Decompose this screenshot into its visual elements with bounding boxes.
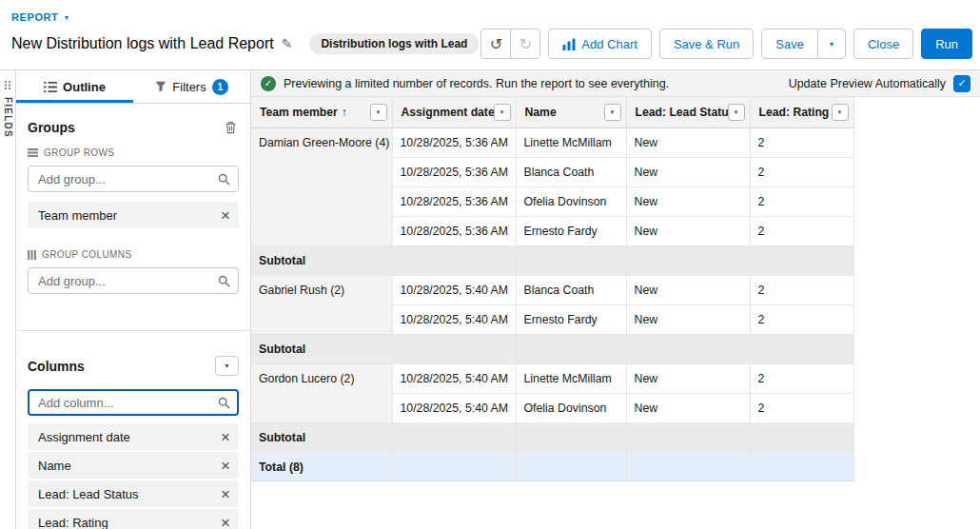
sort-asc-icon: ↑ [342, 106, 347, 119]
column-header-label: Lead: Rating [759, 106, 830, 119]
tab-outline[interactable]: Outline [16, 70, 133, 103]
table-header-row: Team member↑▼Assignment date▼Name▼Lead: … [251, 97, 853, 128]
header-actions: ↺ ↻ Add Chart Save & Run Save ▼ Close Ru… [480, 29, 972, 59]
remove-column-button[interactable]: × [219, 486, 232, 502]
auto-update-checkbox[interactable]: ✓ [953, 75, 970, 92]
subtotal-row: Subtotal [251, 246, 853, 276]
column-pill-lead-lead-status[interactable]: Lead: Lead Status × [28, 480, 239, 507]
add-chart-label: Add Chart [581, 37, 637, 51]
data-cell: 10/28/2025, 5:36 AM [392, 128, 516, 158]
data-cell: 10/28/2025, 5:36 AM [392, 217, 516, 246]
run-button[interactable]: Run [921, 29, 972, 59]
delete-groups-button[interactable] [223, 119, 239, 136]
remove-group-button[interactable]: × [219, 207, 232, 224]
total-label: Total (8) [251, 453, 392, 481]
redo-button[interactable]: ↻ [510, 29, 540, 59]
auto-update-control: Update Preview Automatically ✓ [789, 75, 970, 92]
undo-redo-group: ↺ ↻ [480, 29, 540, 59]
data-cell: New [626, 128, 750, 158]
outline-body: Groups GROUP ROWS Team member × [16, 104, 250, 529]
column-header-label: Team member [260, 106, 338, 119]
add-group-columns-box [28, 267, 239, 294]
columns-menu-button[interactable]: ▼ [215, 356, 239, 376]
data-cell: New [626, 394, 750, 423]
tab-filters-label: Filters [172, 80, 206, 94]
add-group-columns-input[interactable] [28, 267, 239, 294]
undo-button[interactable]: ↺ [480, 29, 511, 59]
success-check-icon: ✓ [261, 76, 276, 91]
group-pill-label: Team member [38, 208, 117, 223]
column-header-lead-lead-status: Lead: Lead Status▼ [626, 97, 750, 128]
table-body: Damian Green-Moore (4)10/28/2025, 5:36 A… [251, 128, 853, 481]
data-cell: 2 [750, 217, 853, 246]
save-button[interactable]: Save [761, 29, 818, 59]
subtotal-row: Subtotal [251, 423, 853, 453]
preview-table: Team member↑▼Assignment date▼Name▼Lead: … [251, 97, 854, 481]
total-empty-cell [750, 453, 853, 481]
columns-section: Columns ▼ Assignment date × Name [16, 330, 250, 529]
column-pill-name[interactable]: Name × [28, 452, 239, 479]
fields-panel-toggle[interactable]: FIELDS [0, 70, 16, 529]
column-pill-label: Lead: Rating [38, 516, 108, 529]
caret-down-icon: ▼ [224, 362, 230, 369]
subtotal-label: Subtotal [251, 246, 392, 276]
remove-column-button[interactable]: × [219, 429, 232, 445]
group-cell[interactable]: Gabriel Rush (2) [251, 276, 392, 335]
data-cell: Linette McMillam [516, 364, 626, 394]
column-menu-button[interactable]: ▼ [370, 104, 387, 121]
data-cell: Ernesto Fardy [516, 305, 626, 335]
group-columns-label: GROUP COLUMNS [42, 249, 131, 260]
group-columns-heading: GROUP COLUMNS [28, 249, 239, 260]
subtotal-empty-cell [516, 423, 626, 453]
column-pill-label: Assignment date [38, 430, 130, 444]
data-cell: Linette McMillam [516, 128, 626, 158]
columns-icon [28, 250, 36, 260]
column-header-label: Assignment date [402, 106, 495, 119]
columns-title: Columns [28, 359, 85, 374]
add-column-input[interactable] [28, 389, 239, 416]
column-menu-button[interactable]: ▼ [832, 104, 849, 121]
edit-title-icon[interactable]: ✎ [282, 36, 293, 51]
data-row: Damian Green-Moore (4)10/28/2025, 5:36 A… [251, 128, 853, 158]
column-header-name: Name▼ [516, 97, 626, 128]
save-and-run-button[interactable]: Save & Run [659, 29, 754, 59]
column-menu-button[interactable]: ▼ [604, 104, 621, 121]
data-cell: 2 [750, 158, 853, 187]
filter-icon [155, 81, 167, 92]
total-row: Total (8) [251, 453, 853, 481]
subtotal-empty-cell [516, 335, 626, 364]
close-button[interactable]: Close [853, 29, 913, 59]
title-row: New Distribution logs with Lead Report ✎… [11, 29, 972, 59]
data-cell: New [626, 305, 750, 335]
data-cell: New [626, 187, 750, 217]
report-object-menu[interactable]: REPORT ▼ [11, 11, 70, 23]
column-header-assignment-date: Assignment date▼ [392, 97, 516, 128]
remove-column-button[interactable]: × [219, 458, 232, 474]
tab-filters[interactable]: Filters 1 [133, 70, 250, 103]
column-pill-lead-rating[interactable]: Lead: Rating × [28, 509, 239, 529]
remove-column-button[interactable]: × [219, 515, 232, 529]
column-menu-button[interactable]: ▼ [494, 104, 511, 121]
search-icon [218, 397, 230, 409]
data-cell: 2 [750, 128, 853, 158]
groups-title: Groups [28, 120, 75, 135]
caret-down-icon: ▼ [63, 14, 70, 21]
add-group-rows-input[interactable] [28, 166, 239, 192]
preview-table-container: Team member↑▼Assignment date▼Name▼Lead: … [251, 97, 980, 529]
data-cell: New [626, 158, 750, 187]
group-cell[interactable]: Gordon Lucero (2) [251, 364, 392, 423]
add-chart-button[interactable]: Add Chart [548, 29, 652, 59]
grip-icon [4, 80, 11, 90]
data-cell: 10/28/2025, 5:36 AM [392, 187, 516, 217]
column-pill-assignment-date[interactable]: Assignment date × [28, 423, 239, 450]
data-cell: 10/28/2025, 5:40 AM [392, 305, 516, 335]
column-menu-button[interactable]: ▼ [728, 104, 745, 121]
column-header-team-member: Team member↑▼ [251, 97, 392, 128]
subtotal-empty-cell [392, 246, 516, 276]
group-rows-heading: GROUP ROWS [28, 147, 239, 158]
subtotal-empty-cell [392, 423, 516, 453]
group-cell[interactable]: Damian Green-Moore (4) [251, 128, 392, 246]
save-menu-button[interactable]: ▼ [817, 29, 846, 59]
group-pill-team-member[interactable]: Team member × [28, 202, 239, 228]
data-cell: Ofelia Dovinson [516, 394, 626, 423]
